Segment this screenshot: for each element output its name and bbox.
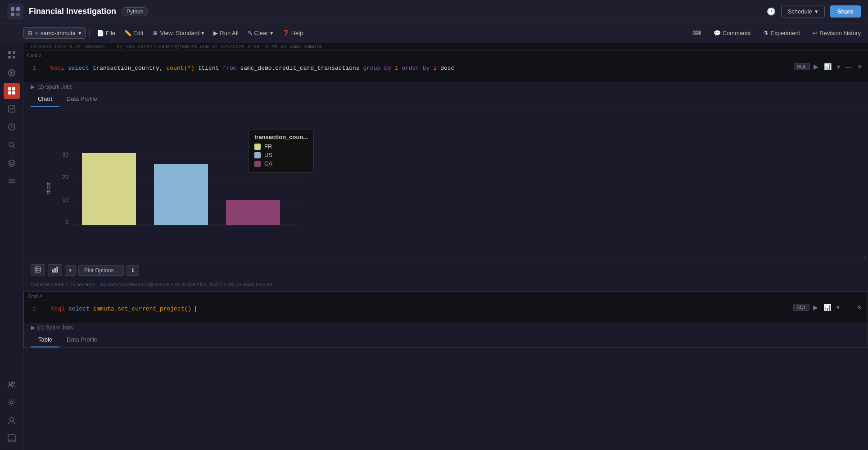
chevron-down-icon: ▾	[201, 30, 204, 36]
clock-icon[interactable]: 🕐	[767, 7, 776, 16]
cmd3-code-container: 1 %sql select transaction_country, count…	[23, 60, 868, 82]
expand-button[interactable]: ▾	[835, 62, 842, 71]
close-button-4[interactable]: ✕	[855, 303, 864, 312]
legend-swatch-fr	[254, 144, 261, 150]
sql-num1: 1	[395, 65, 398, 72]
legend-label-ca: CA	[264, 160, 272, 167]
file-icon: 📄	[97, 30, 104, 36]
clear-button[interactable]: ✎ Clear ▾	[244, 28, 277, 38]
sidebar-item-chart[interactable]	[4, 101, 20, 117]
run-all-button[interactable]: ▶ Run All	[210, 28, 242, 38]
sidebar-item-search[interactable]	[4, 137, 20, 153]
sidebar-item-settings[interactable]	[4, 394, 20, 410]
chart-view-button[interactable]	[48, 264, 62, 276]
cmd4-label: Cmd 4	[24, 292, 868, 301]
sidebar-item-users[interactable]	[4, 376, 20, 392]
run-button-4[interactable]: ▶	[811, 303, 820, 312]
cmd4-spark-jobs[interactable]: ▶ (1) Spark Jobs	[24, 323, 868, 333]
cmd4-code-area[interactable]: 1 %sql select immuta.set_current_project…	[24, 301, 868, 323]
toolbar: ⊞ ● samc-immuta ▾ 📄 File ✏️ Edit 🖥 View:…	[0, 23, 868, 43]
legend-tooltip: transaction_coun... FR US CA	[249, 130, 314, 173]
svg-text:30: 30	[63, 152, 69, 158]
page-title: Financial Investigation	[29, 7, 116, 16]
experiment-icon: ⚗	[763, 30, 769, 36]
sidebar-item-clock[interactable]	[4, 119, 20, 135]
cmd3-label: Cmd 3	[23, 51, 868, 60]
sidebar-item-layers[interactable]	[4, 155, 20, 171]
file-menu[interactable]: 📄 File	[93, 28, 119, 38]
sql-order-keyword: order by	[402, 65, 429, 72]
minimize-button-4[interactable]: —	[843, 303, 853, 312]
sidebar-item-collapse[interactable]	[4, 430, 20, 446]
top-header: Financial Investigation Python 🕐 Schedul…	[0, 0, 868, 23]
sidebar-item-add[interactable]	[4, 65, 20, 81]
sidebar	[0, 43, 23, 450]
sidebar-item-list[interactable]	[4, 173, 20, 189]
resize-handle[interactable]: ⤡	[862, 254, 868, 260]
cmd4-code-line: %sql select immuta.set_current_project()	[51, 306, 860, 312]
sidebar-item-blocks[interactable]	[4, 83, 20, 99]
chart-type-dropdown[interactable]: ▾	[65, 265, 76, 276]
svg-point-24	[10, 401, 13, 404]
magic-keyword-4: %sql	[51, 306, 65, 312]
sidebar-item-user[interactable]	[4, 412, 20, 428]
sql-fn-4: immuta.set_current_project()	[93, 306, 191, 312]
schedule-button[interactable]: Schedule ▾	[781, 5, 825, 18]
run-button[interactable]: ▶	[812, 62, 820, 71]
bar-ca	[226, 200, 280, 225]
legend-title: transaction_coun...	[254, 134, 308, 140]
tab-table[interactable]: Table	[31, 333, 59, 347]
cmd3-block: Cmd 3 1 %sql select transaction_country,…	[23, 51, 868, 291]
svg-rect-37	[35, 267, 41, 272]
bar-fr	[82, 153, 136, 225]
svg-rect-42	[54, 268, 56, 272]
table-view-button[interactable]	[31, 264, 45, 276]
chevron-right-icon: ▶	[31, 84, 35, 90]
svg-rect-2	[11, 13, 14, 16]
tab-data-profile[interactable]: Data Profile	[59, 92, 104, 107]
legend-item-ca: CA	[254, 160, 308, 167]
cluster-selector[interactable]: ⊞ ● samc-immuta ▾	[23, 27, 86, 39]
sql-select-keyword-4: select	[68, 306, 90, 312]
svg-rect-11	[8, 87, 11, 90]
comments-button[interactable]: 💬 Comments	[710, 28, 755, 38]
minimize-button[interactable]: —	[844, 62, 854, 71]
line-number-4: 1	[33, 306, 36, 312]
svg-rect-4	[8, 51, 11, 54]
share-button[interactable]: Share	[830, 5, 861, 18]
cmd3-chart-area: transaction_coun... FR US CA	[23, 107, 868, 260]
view-menu[interactable]: 🖥 View: Standard ▾	[149, 28, 208, 38]
close-button[interactable]: ✕	[855, 62, 864, 71]
chart-toggle-button-4[interactable]: 📊	[822, 303, 833, 312]
keyboard-icon-btn[interactable]: ⌨	[689, 28, 705, 38]
cmd3-chart-controls: ▾ Plot Options... ⬇	[23, 260, 868, 280]
experiment-button[interactable]: ⚗ Experiment	[760, 28, 804, 38]
cmd3-spark-jobs[interactable]: ▶ (2) Spark Jobs	[23, 82, 868, 92]
svg-rect-12	[12, 87, 15, 90]
tab-data-profile-4[interactable]: Data Profile	[59, 333, 104, 347]
svg-point-23	[12, 382, 14, 384]
legend-swatch-ca	[254, 161, 261, 167]
cmd3-code-area[interactable]: 1 %sql select transaction_country, count…	[23, 60, 868, 82]
help-button[interactable]: ❓ Help	[279, 28, 307, 38]
svg-point-22	[9, 382, 12, 385]
plot-options-button[interactable]: Plot Options...	[78, 265, 124, 276]
notebook-content: Command took 0.61 seconds -- by sam.carr…	[23, 43, 868, 450]
edit-menu[interactable]: ✏️ Edit	[121, 28, 147, 38]
language-badge: Python	[122, 7, 148, 16]
sql-badge: SQL	[794, 63, 810, 70]
cmd4-result-tabs: Table Data Profile	[24, 333, 868, 348]
cmd4-toolbar: SQL ▶ 📊 ▾ — ✕	[793, 303, 864, 312]
scroll-truncated-header: Command took 0.61 seconds -- by sam.carr…	[23, 43, 868, 51]
download-button[interactable]: ⬇	[127, 265, 139, 276]
tab-chart[interactable]: Chart	[31, 92, 59, 107]
app-logo	[7, 4, 23, 20]
sidebar-item-grid[interactable]	[4, 47, 20, 63]
sql-select-keyword: select	[68, 65, 89, 72]
sql-badge-4: SQL	[793, 304, 809, 311]
expand-button-4[interactable]: ▾	[835, 303, 841, 312]
line-number: 1	[32, 65, 36, 72]
revision-history-button[interactable]: ↩ Revision history	[809, 28, 864, 38]
history-icon: ↩	[813, 30, 818, 36]
chart-toggle-button[interactable]: 📊	[822, 62, 833, 71]
